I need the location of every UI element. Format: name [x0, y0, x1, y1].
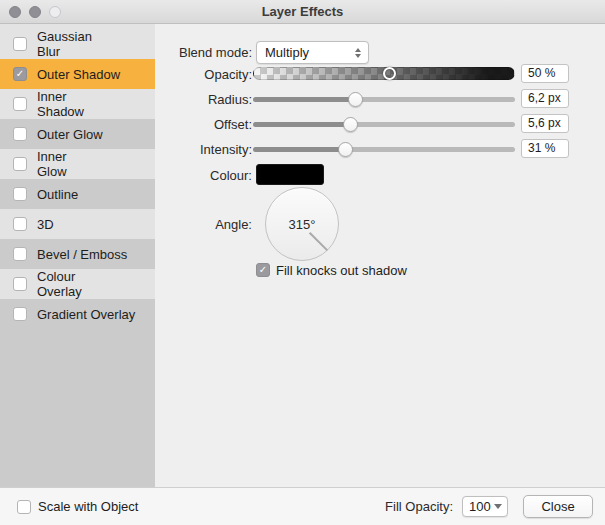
sidebar-item-label: Outer Glow: [37, 127, 103, 142]
radius-value-field[interactable]: 6,2 px: [521, 89, 569, 108]
radius-slider-track[interactable]: [253, 97, 515, 102]
blend-mode-row: Blend mode: Multiply: [155, 41, 605, 64]
blend-mode-dropdown[interactable]: Multiply: [256, 41, 369, 64]
angle-pointer-icon: [309, 232, 328, 251]
colour-label: Colour:: [155, 168, 252, 183]
fill-opacity-label: Fill Opacity:: [385, 499, 453, 514]
intensity-slider-track[interactable]: [253, 147, 515, 152]
sidebar-item-label: Outer Shadow: [37, 67, 120, 82]
scale-with-object: Scale with Object: [17, 499, 138, 514]
colour-row: Colour:: [155, 164, 605, 186]
sidebar-item-colour-overlay[interactable]: Colour Overlay: [0, 269, 12, 299]
scale-with-object-checkbox[interactable]: [17, 500, 31, 514]
effect-checkbox[interactable]: [13, 217, 27, 231]
sidebar-item-label: Inner Glow: [37, 149, 67, 179]
sidebar-item-outer-shadow[interactable]: ✓Outer Shadow: [0, 59, 155, 89]
fill-opacity-value: 100: [463, 499, 494, 514]
opacity-slider-track[interactable]: [253, 67, 515, 80]
offset-slider-track[interactable]: [253, 122, 515, 127]
effects-list: Gaussian Blur✓Outer ShadowInner ShadowOu…: [0, 24, 155, 488]
radius-label: Radius:: [155, 92, 252, 107]
close-button-label: Close: [541, 499, 574, 514]
opacity-row: Opacity:50 %: [155, 64, 605, 84]
fill-knocks-label: Fill knocks out shadow: [276, 263, 407, 278]
radius-slider-thumb[interactable]: [348, 92, 363, 107]
intensity-label: Intensity:: [155, 142, 252, 157]
effect-checkbox[interactable]: ✓: [13, 67, 27, 81]
colour-swatch[interactable]: [256, 164, 324, 185]
footer-right: Fill Opacity: 100 Close: [385, 495, 593, 518]
window-controls: [9, 0, 61, 23]
effect-checkbox[interactable]: [13, 157, 27, 171]
opacity-value-field[interactable]: 50 %: [521, 64, 569, 83]
fill-opacity-dropdown[interactable]: 100: [462, 496, 508, 517]
sidebar-item-bevel-emboss[interactable]: Bevel / Emboss: [0, 239, 155, 269]
layer-effects-dialog: Layer Effects Gaussian Blur✓Outer Shadow…: [0, 0, 605, 525]
sidebar-item-label: Inner Shadow: [37, 89, 84, 119]
opacity-label: Opacity:: [155, 67, 252, 82]
sidebar-item-gradient-overlay[interactable]: Gradient Overlay: [0, 299, 155, 329]
stepper-arrows-icon: [355, 48, 361, 58]
effect-checkbox[interactable]: [13, 37, 27, 51]
zoom-window-icon[interactable]: [49, 6, 61, 18]
intensity-value-field[interactable]: 31 %: [521, 139, 569, 158]
sidebar-item-gaussian-blur[interactable]: Gaussian Blur: [0, 29, 12, 59]
opacity-slider-thumb[interactable]: [383, 67, 396, 80]
blend-mode-label: Blend mode:: [155, 45, 252, 60]
angle-label: Angle:: [155, 217, 252, 232]
intensity-row: Intensity:31 %: [155, 139, 605, 159]
intensity-slider-thumb[interactable]: [338, 142, 353, 157]
sidebar-item-inner-shadow[interactable]: Inner Shadow: [0, 89, 12, 119]
effect-checkbox[interactable]: [13, 247, 27, 261]
offset-value-field[interactable]: 5,6 px: [521, 114, 569, 133]
fill-knocks-row: ✓ Fill knocks out shadow: [155, 262, 605, 278]
minimize-window-icon[interactable]: [29, 6, 41, 18]
effect-settings-panel: Blend mode: Multiply Opacity:50 %Radius:…: [155, 24, 605, 488]
chevron-down-icon: [494, 504, 502, 509]
effect-checkbox[interactable]: [13, 97, 27, 111]
blend-mode-value: Multiply: [257, 45, 355, 60]
effect-checkbox[interactable]: [13, 307, 27, 321]
effect-checkbox[interactable]: [13, 127, 27, 141]
sidebar-item-label: Colour Overlay: [37, 269, 82, 299]
effect-checkbox[interactable]: [13, 187, 27, 201]
sidebar-item-label: Gradient Overlay: [37, 307, 135, 322]
sidebar-item-label: Gaussian Blur: [37, 29, 92, 59]
sidebar-item-3d[interactable]: 3D: [0, 209, 12, 239]
effect-checkbox[interactable]: [13, 277, 27, 291]
footer-bar: Scale with Object Fill Opacity: 100 Clos…: [0, 487, 605, 525]
sidebar-item-inner-glow[interactable]: Inner Glow: [0, 149, 12, 179]
offset-slider-thumb[interactable]: [343, 117, 358, 132]
scale-with-object-label: Scale with Object: [38, 499, 138, 514]
fill-knocks-checkbox[interactable]: ✓: [256, 263, 270, 277]
offset-row: Offset:5,6 px: [155, 114, 605, 134]
window-title: Layer Effects: [0, 4, 605, 19]
sidebar-item-label: Bevel / Emboss: [37, 247, 127, 262]
sidebar-item-label: 3D: [37, 217, 54, 232]
close-button[interactable]: Close: [523, 495, 593, 518]
radius-row: Radius:6,2 px: [155, 89, 605, 109]
sidebar-item-outline[interactable]: Outline: [0, 179, 155, 209]
titlebar: Layer Effects: [0, 0, 605, 24]
offset-label: Offset:: [155, 117, 252, 132]
sidebar-item-outer-glow[interactable]: Outer Glow: [0, 119, 155, 149]
angle-dial[interactable]: 315°: [265, 187, 339, 261]
close-window-icon[interactable]: [9, 6, 21, 18]
sidebar-item-label: Outline: [37, 187, 78, 202]
angle-value: 315°: [289, 217, 316, 232]
effects-list-filler: [0, 329, 155, 488]
